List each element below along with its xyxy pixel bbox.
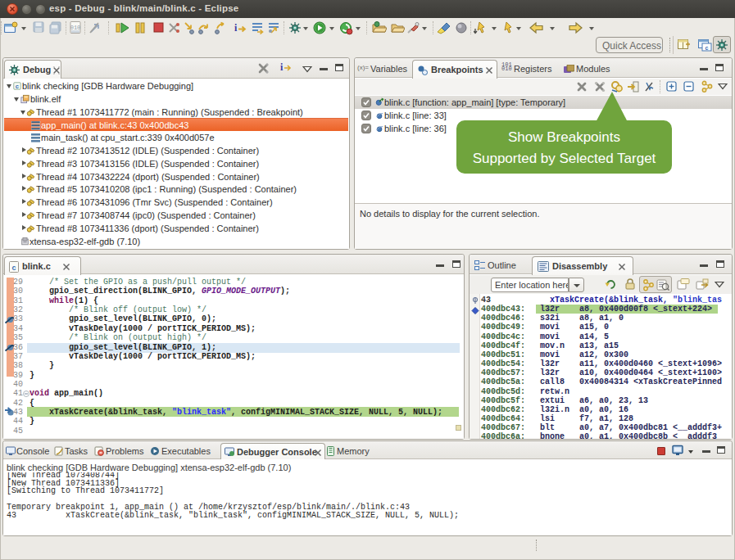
svg-text:c: c [16,83,20,90]
svg-text:010: 010 [70,25,81,31]
svg-text:c: c [706,45,709,51]
svg-text:c: c [11,264,16,272]
